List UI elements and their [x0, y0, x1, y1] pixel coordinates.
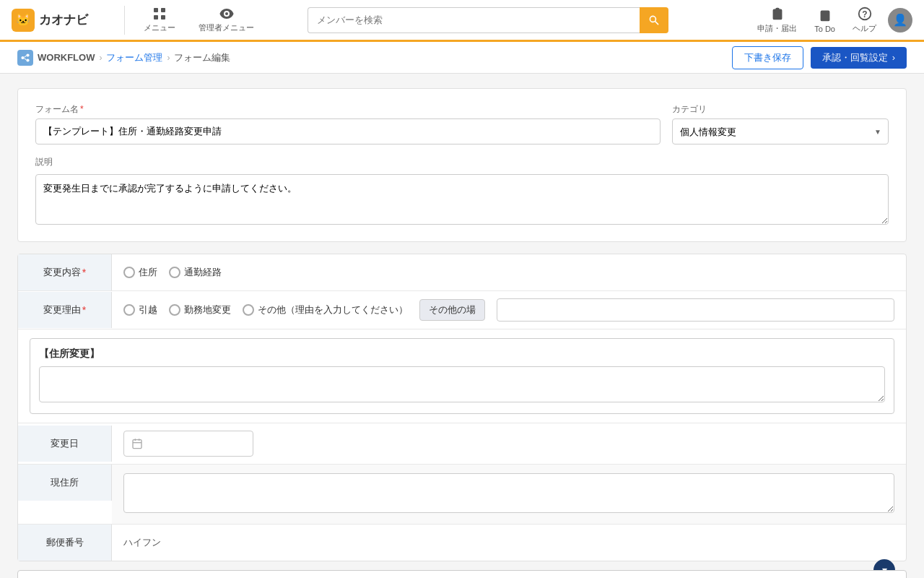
- draft-save-button[interactable]: 下書き保存: [732, 46, 803, 69]
- change-date-content: [112, 423, 906, 464]
- description-block: 説明 変更発生日までに承認が完了するように申請してください。: [35, 156, 889, 227]
- breadcrumb-actions: 下書き保存 承認・回覧設定 ›: [732, 46, 907, 69]
- radio-住所[interactable]: 住所: [123, 266, 157, 279]
- radio-勤務地変更[interactable]: 勤務地変更: [169, 303, 231, 316]
- search-button[interactable]: [640, 7, 668, 33]
- search-input[interactable]: [308, 7, 640, 33]
- category-select-wrap: 個人情報変更: [672, 118, 889, 144]
- breadcrumb-form-mgmt[interactable]: フォーム管理: [106, 51, 162, 64]
- postal-content: ハイフン: [112, 529, 906, 556]
- radio-引越-circle: [123, 304, 135, 316]
- header-right: 申請・届出 To Do ? ヘルプ 👤: [751, 3, 912, 37]
- grid-icon: [152, 7, 167, 21]
- search-icon: [648, 14, 660, 26]
- radio-住所-circle: [123, 267, 135, 278]
- change-content-required: *: [82, 267, 86, 278]
- menu-label: メニュー: [144, 22, 175, 33]
- change-reason-row: 変更理由 * 引越 勤務地変更 その他（理由を入力してください）: [18, 291, 906, 329]
- main-header: 🐱 カオナビ メニュー 管理者メニュー 申請・届出: [0, 0, 924, 42]
- category-select[interactable]: 個人情報変更: [672, 118, 889, 144]
- change-content-row: 変更内容 * 住所 通勤経路: [18, 254, 906, 291]
- postal-label: 郵便番号: [18, 525, 112, 561]
- parts-panel: 項目パーツ ※ドラッグ＆ドロップで追加(上限100行) T テキスト # ナンバ…: [17, 570, 907, 578]
- svg-text:?: ?: [862, 9, 867, 20]
- description-label: 説明: [35, 156, 889, 168]
- breadcrumb-bar: WORKFLOW › フォーム管理 › フォーム編集 下書き保存 承認・回覧設定…: [0, 42, 924, 74]
- other-reason-input[interactable]: [497, 298, 894, 322]
- current-address-label: 現住所: [18, 465, 112, 501]
- logo-text: カオナビ: [39, 12, 88, 28]
- address-change-title: 【住所変更】: [39, 348, 885, 361]
- header-divider-1: [124, 6, 125, 35]
- breadcrumb-sep-1: ›: [99, 53, 102, 63]
- change-content-radio-group: 住所 通勤経路: [123, 266, 222, 279]
- description-input[interactable]: 変更発生日までに承認が完了するように申請してください。: [35, 174, 889, 225]
- apply-icon: [770, 6, 785, 22]
- category-block: カテゴリ 個人情報変更: [672, 103, 889, 144]
- current-address-content: [112, 465, 906, 524]
- form-name-input[interactable]: [35, 118, 661, 144]
- postal-row: 郵便番号 ハイフン: [18, 525, 906, 561]
- main-content: フォーム名* カテゴリ 個人情報変更 説明 変更発生日までに承認が完了するように…: [0, 74, 924, 578]
- admin-menu-button[interactable]: 管理者メニュー: [191, 4, 261, 36]
- breadcrumb-sep-2: ›: [167, 53, 170, 63]
- svg-line-9: [25, 56, 27, 57]
- svg-rect-1: [161, 8, 165, 12]
- radio-その他[interactable]: その他（理由を入力してください）: [243, 303, 408, 316]
- change-date-label: 変更日: [18, 426, 112, 462]
- apply-button[interactable]: 申請・届出: [751, 3, 803, 37]
- change-content-label: 変更内容 *: [18, 254, 112, 290]
- address-change-title-block: 【住所変更】: [18, 329, 906, 423]
- radio-通勤経路-circle: [169, 267, 180, 278]
- breadcrumb-current: フォーム編集: [174, 51, 230, 64]
- approve-button[interactable]: 承認・回覧設定 ›: [811, 47, 907, 69]
- change-date-row: 変更日: [18, 423, 906, 465]
- workflow-icon: [17, 50, 33, 66]
- address-change-section: 【住所変更】: [18, 329, 906, 423]
- svg-point-8: [26, 59, 29, 61]
- radio-通勤経路[interactable]: 通勤経路: [169, 266, 222, 279]
- change-reason-content: 引越 勤務地変更 その他（理由を入力してください） その他の場: [112, 291, 906, 329]
- change-content-options: 住所 通勤経路: [112, 259, 906, 286]
- approve-label: 承認・回覧設定: [822, 51, 888, 64]
- help-button[interactable]: ? ヘルプ: [847, 3, 882, 37]
- hyphen-label: ハイフン: [123, 536, 161, 549]
- svg-rect-11: [133, 440, 141, 449]
- svg-rect-0: [154, 8, 158, 12]
- workflow-text: WORKFLOW: [38, 52, 95, 63]
- menu-button[interactable]: メニュー: [136, 4, 183, 36]
- current-address-row: 現住所: [18, 465, 906, 525]
- change-reason-label: 変更理由 *: [18, 292, 112, 328]
- address-change-textarea-wrap: 【住所変更】: [30, 338, 894, 414]
- svg-line-10: [25, 58, 27, 59]
- form-name-block: フォーム名*: [35, 103, 661, 144]
- radio-その他-circle: [243, 304, 254, 316]
- form-name-row: フォーム名* カテゴリ 個人情報変更: [35, 103, 889, 144]
- parts-panel-wrap: ▾ 項目パーツ ※ドラッグ＆ドロップで追加(上限100行) T テキスト # ナ…: [17, 570, 907, 578]
- change-reason-radio-group: 引越 勤務地変更 その他（理由を入力してください）: [123, 303, 408, 316]
- radio-引越[interactable]: 引越: [123, 303, 157, 316]
- address-change-textarea[interactable]: [39, 366, 885, 402]
- avatar[interactable]: 👤: [888, 8, 912, 33]
- admin-menu-label: 管理者メニュー: [199, 22, 254, 33]
- change-reason-required: *: [82, 304, 86, 316]
- form-name-label: フォーム名*: [35, 103, 661, 116]
- other-place-button[interactable]: その他の場: [419, 299, 485, 321]
- workflow-label: WORKFLOW: [17, 50, 95, 66]
- logo: 🐱 カオナビ: [12, 9, 113, 32]
- form-editor: 変更内容 * 住所 通勤経路 変更理由: [17, 254, 907, 561]
- svg-point-7: [26, 53, 29, 56]
- svg-rect-3: [161, 15, 165, 20]
- breadcrumb: WORKFLOW › フォーム管理 › フォーム編集: [17, 50, 230, 66]
- approve-arrow-icon: ›: [892, 52, 895, 63]
- logo-icon: 🐱: [12, 9, 35, 32]
- form-meta-section: フォーム名* カテゴリ 個人情報変更 説明 変更発生日までに承認が完了するように…: [17, 88, 907, 242]
- todo-button[interactable]: To Do: [808, 4, 841, 36]
- radio-勤務地変更-circle: [169, 304, 180, 316]
- apply-label: 申請・届出: [757, 23, 797, 34]
- date-input-wrap[interactable]: [123, 431, 253, 457]
- calendar-icon: [131, 438, 143, 449]
- svg-rect-2: [154, 15, 158, 20]
- search-wrap: [308, 7, 668, 33]
- current-address-textarea[interactable]: [123, 473, 894, 513]
